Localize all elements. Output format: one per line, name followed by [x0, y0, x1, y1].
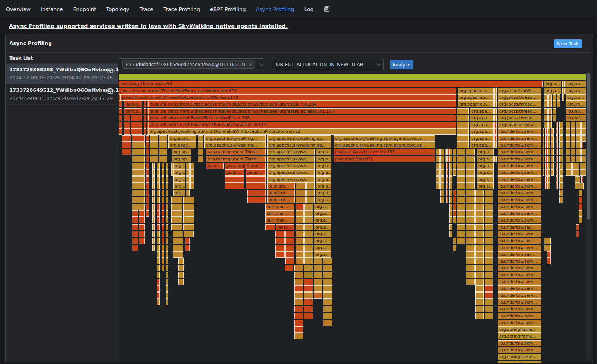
flame-cell[interactable] [146, 204, 149, 210]
flame-cell[interactable]: org.a... [314, 210, 331, 217]
flame-cell[interactable]: java.util.concurrent.ThreadPoolExecutor$… [119, 88, 456, 94]
flame-cell[interactable] [559, 122, 563, 128]
flame-cell[interactable] [186, 163, 190, 169]
flame-cell[interactable] [152, 163, 155, 169]
flame-cell[interactable]: java.util.concurrent.ThreadPoolExecutor.… [121, 94, 456, 101]
flame-cell[interactable]: org.ap... [172, 149, 191, 155]
flame-cell[interactable] [543, 163, 544, 169]
flame-cell[interactable] [294, 285, 303, 292]
flame-cell[interactable] [157, 258, 160, 264]
flame-cell[interactable] [198, 142, 203, 148]
flame-cell[interactable]: org.apache.skywa... [267, 176, 315, 183]
flame-cell[interactable] [475, 190, 484, 196]
flame-cell[interactable] [304, 210, 313, 217]
flame-cell[interactable] [132, 231, 138, 237]
flame-cell[interactable] [173, 251, 183, 258]
flame-cell[interactable] [184, 231, 194, 237]
flame-cell[interactable] [171, 217, 182, 223]
flame-cell[interactable] [544, 115, 548, 121]
flame-cell[interactable] [545, 183, 547, 189]
flame-cell[interactable] [475, 292, 484, 299]
flame-cell[interactable] [162, 265, 164, 271]
flame-cell[interactable] [296, 258, 304, 264]
flame-cell[interactable]: io.undertow.serv... [498, 135, 541, 142]
flame-cell[interactable] [457, 190, 465, 196]
flame-cell[interactable] [436, 183, 440, 189]
flame-cell[interactable] [323, 265, 332, 271]
flame-cell[interactable] [547, 128, 550, 135]
flame-cell[interactable]: org.a... [316, 197, 331, 203]
flame-cell[interactable] [485, 279, 493, 285]
flame-cell[interactable] [485, 224, 493, 230]
flame-cell[interactable] [159, 135, 167, 142]
flame-cell[interactable] [485, 292, 493, 299]
flame-cell[interactable] [296, 197, 306, 203]
flame-cell[interactable] [576, 128, 581, 135]
flame-cell[interactable] [162, 251, 164, 258]
flame-cell[interactable] [485, 245, 493, 251]
flame-cell[interactable] [543, 169, 544, 176]
flame-cell[interactable] [247, 190, 266, 196]
flame-cell[interactable] [294, 265, 303, 271]
flame-cell[interactable] [119, 108, 122, 114]
flame-cell[interactable]: org.apache.s... [458, 101, 494, 107]
flame-cell[interactable] [556, 156, 558, 162]
flame-cell[interactable] [580, 183, 584, 189]
flame-cell[interactable] [294, 272, 303, 278]
flame-cell[interactable] [124, 128, 130, 135]
flame-cell[interactable] [466, 210, 475, 217]
flame-cell[interactable] [453, 149, 456, 155]
flame-cell[interactable] [457, 163, 465, 169]
flame-cell[interactable] [485, 197, 493, 203]
flame-cell[interactable] [185, 245, 190, 251]
flame-cell[interactable] [285, 258, 294, 264]
flame-cell[interactable] [494, 122, 497, 128]
flame-cell[interactable] [152, 217, 155, 223]
flame-cell[interactable] [152, 210, 155, 217]
flame-cell[interactable] [571, 149, 575, 155]
flame-cell[interactable]: org.apache.skywa... [267, 169, 315, 176]
flame-cell[interactable] [146, 163, 149, 169]
flame-cell[interactable] [545, 156, 547, 162]
flame-cell[interactable] [557, 94, 560, 101]
flame-cell[interactable]: io.undertow.serv... [498, 149, 541, 155]
flame-cell[interactable] [190, 163, 194, 169]
flame-cell[interactable] [144, 101, 146, 107]
flame-cell[interactable] [162, 224, 164, 230]
flame-cell[interactable] [166, 251, 168, 258]
flame-cell[interactable] [306, 183, 315, 189]
flame-cell[interactable] [556, 142, 558, 148]
flame-cell[interactable] [247, 197, 266, 203]
nav-item-ebpf-profiling[interactable]: eBPF Profiling [210, 6, 246, 12]
flame-cell[interactable] [146, 156, 149, 162]
flame-cell[interactable]: io.undertow.serv... [498, 340, 541, 346]
flame-cell[interactable] [159, 156, 167, 162]
flame-cell[interactable] [551, 156, 554, 162]
nav-item-overview[interactable]: Overview [6, 6, 31, 12]
flame-cell[interactable] [162, 217, 164, 223]
flame-cell[interactable] [152, 238, 155, 244]
flame-cell[interactable] [571, 122, 575, 128]
flame-cell[interactable] [449, 156, 452, 162]
flame-cell[interactable] [152, 204, 155, 210]
flame-cell[interactable] [314, 272, 322, 278]
flame-cell[interactable] [545, 128, 547, 135]
flame-cell[interactable] [457, 176, 465, 183]
flame-cell[interactable]: io.undertow.serv... [498, 320, 541, 326]
flame-cell[interactable] [548, 122, 552, 128]
nav-item-instance[interactable]: Instance [41, 6, 63, 12]
flame-cell[interactable]: org.a... [477, 163, 494, 169]
flame-cell[interactable] [440, 149, 444, 155]
flame-cell[interactable] [485, 190, 493, 196]
flame-cell[interactable]: org.a... [544, 88, 561, 94]
flame-cell[interactable] [132, 176, 145, 183]
flame-cell[interactable]: org.apache.skywalking.apm.util.RunnableW… [148, 128, 456, 135]
flame-cell[interactable]: org.a... [314, 231, 331, 237]
flame-cell[interactable] [124, 115, 130, 121]
flame-cell[interactable] [162, 231, 164, 237]
flame-cell[interactable] [453, 204, 456, 210]
flame-cell[interactable] [323, 292, 332, 299]
flame-cell[interactable]: org.apa... [470, 142, 494, 148]
flame-cell[interactable] [553, 108, 556, 114]
flame-cell[interactable] [457, 238, 465, 244]
